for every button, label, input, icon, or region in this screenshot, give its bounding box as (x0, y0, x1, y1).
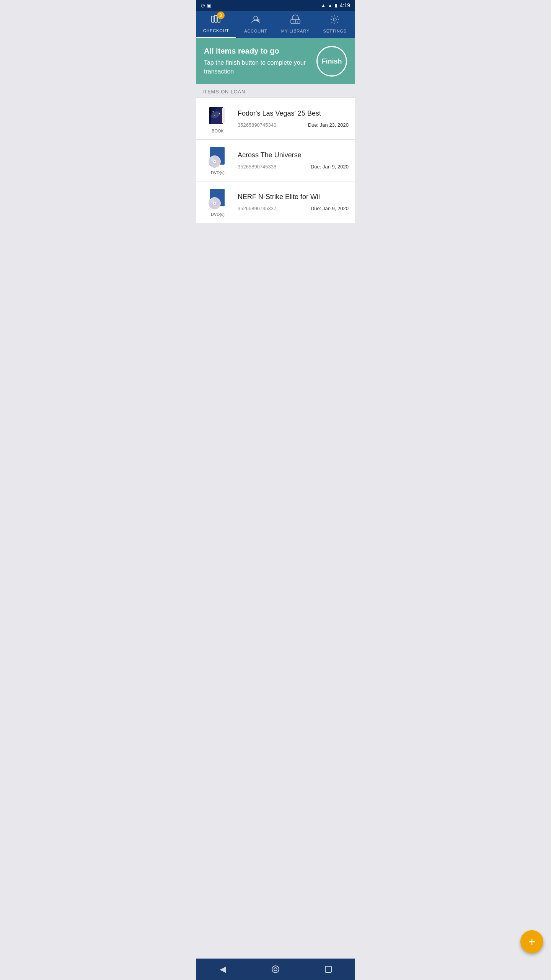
item-type-dvd1: DVD(s) (211, 170, 225, 175)
item-2-title: Across The Universe (238, 151, 349, 159)
list-item: BOOK Fodor's Las Vegas' 25 Best 35265890… (196, 98, 355, 140)
nav-checkout[interactable]: 3 CHECKOUT (196, 11, 236, 38)
item-3-title: NERF N-Strike Elite for Wii (238, 193, 349, 201)
banner-subtitle: Tap the finish button to complete your t… (204, 59, 310, 76)
svg-point-11 (333, 18, 336, 21)
item-3-meta: 35265890745337 Due: Jan 9, 2020 (238, 206, 349, 211)
list-item: DVD(s) Across The Universe 3526589074533… (196, 140, 355, 181)
items-list: BOOK Fodor's Las Vegas' 25 Best 35265890… (196, 98, 355, 223)
my-library-label: MY LIBRARY (281, 29, 310, 33)
status-time: 4:19 (340, 2, 350, 8)
signal-icon: ▲ (328, 3, 333, 8)
svg-point-15 (217, 109, 217, 110)
book-icon (206, 104, 229, 127)
svg-point-3 (254, 16, 258, 20)
svg-rect-21 (222, 108, 223, 123)
account-label: ACCOUNT (244, 29, 267, 33)
svg-rect-0 (212, 16, 214, 22)
item-icon-wrap: BOOK (202, 104, 233, 133)
item-type-book: BOOK (212, 129, 224, 133)
item-2-details: Across The Universe 35265890745338 Due: … (233, 151, 349, 170)
checkout-banner: All items ready to go Tap the finish but… (196, 38, 355, 84)
nav-account[interactable]: ACCOUNT (236, 11, 276, 38)
status-bar-left: ◷ ▣ (201, 3, 211, 8)
item-icon-wrap: DVD(s) (202, 146, 233, 175)
nav-my-library[interactable]: MY LIBRARY (276, 11, 315, 38)
nav-settings[interactable]: SETTINGS (315, 11, 355, 38)
wifi-icon: ▲ (321, 3, 326, 8)
library-icon (290, 14, 301, 27)
list-item: DVD(s) NERF N-Strike Elite for Wii 35265… (196, 181, 355, 223)
item-1-barcode: 35265890745340 (238, 122, 276, 128)
item-2-meta: 35265890745338 Due: Jan 9, 2020 (238, 164, 349, 170)
settings-icon (329, 14, 340, 27)
svg-rect-20 (223, 108, 225, 123)
spinner-icon: ◷ (201, 3, 205, 8)
status-bar-right: ▲ ▲ ▮ 4:19 (321, 2, 350, 8)
dvd2-icon (206, 188, 229, 211)
item-1-title: Fodor's Las Vegas' 25 Best (238, 109, 349, 118)
account-icon (250, 14, 261, 27)
svg-point-14 (213, 111, 214, 113)
item-icon-wrap: DVD(s) (202, 188, 233, 217)
item-3-due: Due: Jan 9, 2020 (311, 206, 349, 211)
banner-text: All items ready to go Tap the finish but… (204, 47, 310, 76)
item-type-dvd2: DVD(s) (211, 212, 225, 217)
settings-label: SETTINGS (323, 29, 347, 33)
page-wrapper: 3 CHECKOUT ACCOUNT (196, 11, 355, 343)
svg-point-26 (214, 161, 215, 162)
sd-card-icon: ▣ (207, 3, 211, 8)
item-2-due: Due: Jan 9, 2020 (311, 164, 349, 170)
svg-point-32 (214, 203, 215, 204)
item-1-meta: 35265890745340 Due: Jan 23, 2020 (238, 122, 349, 128)
dvd-icon (206, 146, 229, 169)
svg-rect-1 (215, 15, 217, 22)
item-3-barcode: 35265890745337 (238, 206, 276, 211)
item-1-details: Fodor's Las Vegas' 25 Best 3526589074534… (233, 109, 349, 128)
status-bar: ◷ ▣ ▲ ▲ ▮ 4:19 (196, 0, 355, 11)
books-icon: 3 (211, 14, 222, 27)
item-1-due: Due: Jan 23, 2020 (308, 122, 349, 128)
banner-title: All items ready to go (204, 47, 310, 56)
item-2-barcode: 35265890745338 (238, 164, 276, 170)
empty-area (196, 223, 355, 343)
top-nav: 3 CHECKOUT ACCOUNT (196, 11, 355, 38)
battery-icon: ▮ (335, 3, 337, 8)
items-on-loan-header: ITEMS ON LOAN (196, 84, 355, 98)
svg-rect-19 (209, 107, 211, 124)
item-3-details: NERF N-Strike Elite for Wii 352658907453… (233, 193, 349, 211)
checkout-label: CHECKOUT (203, 28, 229, 33)
finish-button[interactable]: Finish (316, 46, 347, 77)
checkout-badge: 3 (217, 11, 225, 19)
